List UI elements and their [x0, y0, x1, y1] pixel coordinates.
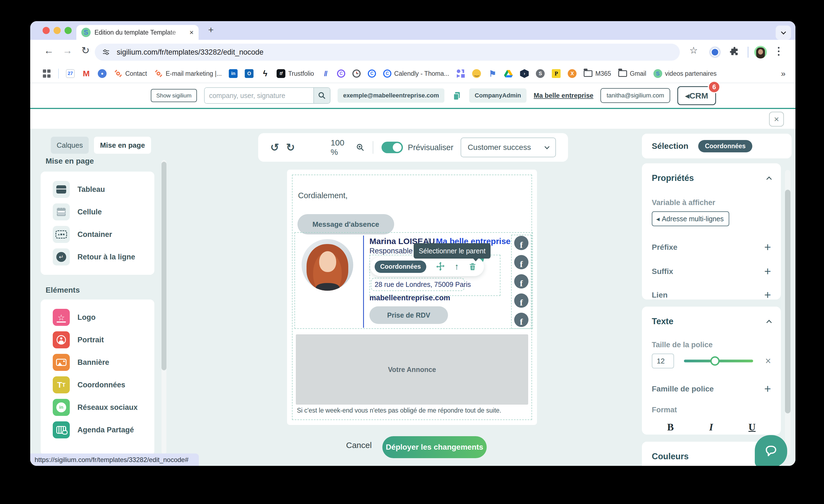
back-button[interactable]: ←: [44, 45, 54, 56]
google-drive-icon[interactable]: [504, 69, 513, 78]
copy-icon[interactable]: [451, 90, 462, 101]
tab-search-button[interactable]: [776, 25, 791, 40]
slider-thumb[interactable]: [710, 356, 720, 366]
zoom-in-icon[interactable]: [356, 142, 365, 152]
bookmark-email-marketing[interactable]: E-mail marketing |...: [154, 69, 222, 78]
facebook-icon[interactable]: f: [514, 274, 528, 288]
ad-placeholder[interactable]: Votre Annonce: [296, 334, 528, 405]
bookmark-m365[interactable]: M365: [584, 70, 611, 78]
deploy-button[interactable]: Déployer les changements: [382, 436, 487, 458]
maximize-window-button[interactable]: [65, 27, 72, 34]
share-badge-icon[interactable]: ›: [520, 69, 529, 78]
add-prefix-button[interactable]: +: [764, 242, 771, 253]
new-tab-button[interactable]: +: [208, 24, 214, 35]
tab-mise-en-page[interactable]: Mise en page: [94, 137, 151, 154]
rdv-button[interactable]: Prise de RDV: [370, 306, 448, 324]
underline-button[interactable]: U: [748, 421, 755, 433]
element-item-logo[interactable]: ☆ Logo: [41, 306, 154, 329]
redo-icon[interactable]: ↻: [286, 141, 295, 153]
bookmark-calendly[interactable]: CCalendly - Thoma...: [383, 70, 449, 78]
add-link-button[interactable]: +: [764, 289, 771, 301]
outlook-icon[interactable]: O: [245, 69, 253, 78]
minimize-window-button[interactable]: [54, 27, 61, 34]
bookmark-videos-partenaires[interactable]: Svideos partenaires: [653, 69, 717, 78]
blue-app-icon[interactable]: ●: [98, 69, 107, 78]
facebook-icon[interactable]: f: [514, 255, 528, 269]
element-item-coordonnees[interactable]: TT Coordonnées: [41, 374, 154, 396]
add-suffix-button[interactable]: +: [764, 266, 771, 277]
undo-icon[interactable]: ↺: [270, 141, 279, 153]
signature-greeting[interactable]: Cordialement,: [298, 191, 348, 200]
tab-calques[interactable]: Calques: [51, 137, 89, 154]
google-calendar-icon[interactable]: 27: [66, 69, 75, 78]
absence-message-button[interactable]: Message d'absence: [298, 214, 394, 234]
collapse-icon[interactable]: [766, 176, 772, 182]
site-settings-icon[interactable]: [102, 48, 110, 56]
left-panel-scrollbar[interactable]: [162, 160, 167, 454]
profile-avatar[interactable]: [754, 46, 767, 58]
smiley-icon[interactable]: ‿: [472, 69, 481, 78]
bookmark-star-icon[interactable]: ☆: [690, 45, 698, 56]
onepassword-extension-icon[interactable]: [709, 46, 721, 58]
design-shapes-icon[interactable]: [456, 69, 465, 78]
overflow-chevrons-icon[interactable]: »: [781, 69, 786, 78]
element-item-portrait[interactable]: Portrait: [41, 329, 154, 351]
user-email-badge[interactable]: tanitha@sigilium.com: [600, 88, 670, 103]
italic-button[interactable]: I: [709, 421, 713, 433]
layout-item-tableau[interactable]: Tableau: [41, 178, 154, 201]
company-link[interactable]: Ma belle entreprise: [534, 92, 593, 99]
delete-icon[interactable]: [468, 262, 477, 271]
layout-item-container[interactable]: Container: [41, 223, 154, 246]
signature-website[interactable]: mabelleentreprise.com: [370, 294, 450, 302]
bookmark-gmail[interactable]: Gmail: [618, 70, 646, 78]
bold-button[interactable]: B: [667, 421, 674, 433]
double-slash-icon[interactable]: //: [321, 69, 330, 78]
collapse-icon[interactable]: [766, 320, 772, 325]
select-parent-arrow-icon[interactable]: ↑: [454, 262, 459, 272]
profile-select[interactable]: Customer success: [460, 137, 556, 157]
add-font-family-button[interactable]: +: [764, 383, 771, 395]
font-size-input[interactable]: 12: [652, 354, 674, 368]
p-yellow-icon[interactable]: P: [552, 69, 560, 78]
forward-button[interactable]: →: [63, 45, 73, 56]
c-purple-icon[interactable]: C: [337, 70, 345, 78]
browser-menu-icon[interactable]: [778, 47, 780, 48]
element-item-agenda[interactable]: Agenda Partagé: [41, 419, 154, 441]
clear-size-icon[interactable]: ×: [765, 355, 771, 367]
x-orange-icon[interactable]: X: [568, 69, 577, 78]
signature-address[interactable]: 28 rue de Londres, 75009 Paris: [371, 278, 465, 291]
facebook-icon[interactable]: f: [514, 236, 528, 250]
search-button[interactable]: [313, 88, 330, 103]
extensions-puzzle-icon[interactable]: [729, 46, 740, 57]
move-icon[interactable]: [436, 262, 445, 271]
font-size-slider[interactable]: [684, 356, 753, 366]
layout-item-retour[interactable]: ↵ Retour à la ligne: [41, 246, 154, 268]
address-bar[interactable]: sigilium.com/fr/templates/33282/edit_noc…: [95, 44, 680, 61]
element-item-reseaux-sociaux[interactable]: in Réseaux sociaux: [41, 396, 154, 419]
facebook-icon[interactable]: f: [514, 313, 528, 327]
chat-widget-button[interactable]: [755, 435, 787, 466]
close-window-button[interactable]: [42, 27, 50, 34]
facebook-icon[interactable]: f: [514, 293, 528, 308]
bookmark-trustfolio[interactable]: tfTrustfolio: [277, 69, 314, 78]
gmail-icon[interactable]: M: [82, 69, 91, 78]
cancel-button[interactable]: Cancel: [346, 440, 372, 450]
bookmark-contact[interactable]: Contact: [114, 69, 147, 78]
right-panel-scrollbar[interactable]: [785, 170, 791, 456]
clock-icon[interactable]: [352, 70, 360, 78]
lightning-icon[interactable]: ϟ: [261, 69, 270, 78]
variable-select[interactable]: ◂ Adresse multi-lignes: [652, 211, 729, 226]
element-item-banniere[interactable]: Bannière: [41, 351, 154, 374]
preview-toggle[interactable]: [382, 142, 403, 153]
close-editor-button[interactable]: ×: [769, 112, 784, 127]
search-input[interactable]: [205, 88, 313, 103]
signature-footer-note[interactable]: Si c'est le week-end vous n'etes pas obl…: [297, 407, 501, 414]
browser-tab[interactable]: S Edition du template Template ×: [76, 25, 199, 40]
calendly-icon[interactable]: C: [368, 70, 376, 78]
apps-grid-icon[interactable]: [42, 69, 51, 78]
layout-item-cellule[interactable]: Cellule: [41, 201, 154, 223]
tab-close-icon[interactable]: ×: [190, 28, 194, 37]
show-sigilium-button[interactable]: Show sigilium: [151, 89, 197, 102]
portrait-photo[interactable]: [302, 239, 353, 291]
reload-button[interactable]: ↻: [81, 45, 90, 56]
